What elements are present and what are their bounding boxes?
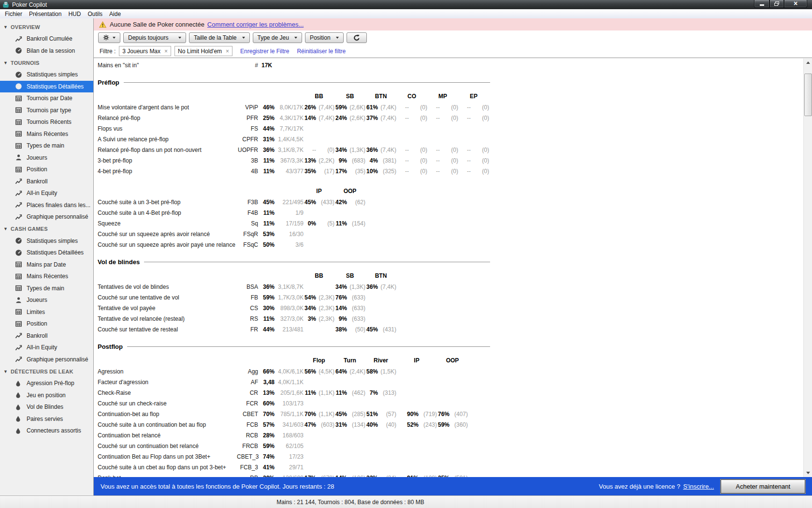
minimize-button[interactable] bbox=[754, 0, 769, 8]
stat-row-sq: SqueezeSq11%17/1590%(5)11%(154) bbox=[98, 218, 812, 229]
warning-text: Aucune Salle de Poker connectée bbox=[110, 21, 204, 28]
sidebar-item-statistiques-simples[interactable]: Statistiques simples bbox=[0, 69, 93, 81]
save-filter-link[interactable]: Enregistrer le Filtre bbox=[240, 48, 289, 55]
position-pct: 59% bbox=[437, 419, 450, 430]
scrollbar-thumb[interactable] bbox=[804, 74, 812, 116]
sidebar-item-statistiques-detaillees[interactable]: Statistiques Détaillées bbox=[0, 81, 93, 93]
stat-label: Continuation-bet au flop bbox=[98, 409, 237, 419]
sidebar-item-mains-recentes[interactable]: Mains Récentes bbox=[0, 128, 93, 140]
sidebar-item-label: Mains par Date bbox=[27, 261, 66, 268]
position-count: (1,5K) bbox=[378, 366, 396, 377]
remove-icon[interactable]: × bbox=[164, 48, 168, 55]
sidebar-item-tournois-par-date[interactable]: Tournois par Date bbox=[0, 92, 93, 105]
dropdown-depuis-toujours[interactable]: Depuis toujours bbox=[123, 32, 186, 43]
scroll-up-button[interactable] bbox=[804, 59, 812, 67]
scroll-down-button[interactable] bbox=[804, 469, 812, 477]
refresh-button[interactable] bbox=[347, 32, 367, 43]
sidebar-item-position[interactable]: Position bbox=[0, 164, 93, 176]
stat-row-fcb-3: Couché suite à un cbet au flop dans un p… bbox=[98, 462, 812, 473]
sidebar-item-bilan-de-la-session[interactable]: Bilan de la session bbox=[0, 45, 93, 57]
section-title: Préflop bbox=[98, 79, 119, 86]
column-header: SB bbox=[334, 90, 365, 102]
sidebar-item-bankroll[interactable]: Bankroll bbox=[0, 176, 93, 188]
banner-text: Vous avez un accès total à toutes les fo… bbox=[101, 483, 334, 490]
stat-fraction: 8,0K/17K bbox=[275, 102, 304, 113]
sidebar-item-mains-recentes[interactable]: Mains Récentes bbox=[0, 270, 93, 283]
sidebar-item-joueurs[interactable]: Joueurs bbox=[0, 152, 93, 164]
signin-link[interactable]: S'inscrire... bbox=[683, 483, 714, 490]
sidebar-item-limites[interactable]: Limites bbox=[0, 306, 93, 318]
column-headers: BBSBBTNCOMPEP bbox=[98, 90, 812, 102]
stat-label: Tentative de vol payée bbox=[98, 303, 237, 314]
vertical-scrollbar[interactable] bbox=[803, 59, 812, 477]
sidebar-item-statistiques-detaillees[interactable]: Statistiques Détaillées bbox=[0, 247, 93, 259]
sidebar-item-types-de-main[interactable]: Types de main bbox=[0, 140, 93, 152]
table-icon bbox=[15, 320, 23, 328]
position-count: (633) bbox=[347, 303, 365, 314]
position-pct: 76% bbox=[437, 409, 450, 419]
position-pct: 31% bbox=[334, 419, 347, 430]
remove-icon[interactable]: × bbox=[226, 48, 229, 55]
close-button[interactable]: × bbox=[784, 0, 807, 8]
restore-button[interactable] bbox=[769, 0, 784, 8]
position-pct: 35% bbox=[304, 166, 316, 177]
dropdown-position[interactable]: Position bbox=[305, 32, 344, 43]
stat-value: 11% bbox=[258, 208, 275, 218]
sidebar-item-graphique-personnalise[interactable]: Graphique personnalisé bbox=[0, 354, 93, 366]
sidebar-item-bankroll-cumulee[interactable]: Bankroll Cumulée bbox=[0, 33, 93, 45]
sidebar-item-paires-servies[interactable]: Paires servies bbox=[0, 413, 93, 425]
position-pct: 54% bbox=[304, 292, 316, 303]
sidebar-item-graphique-personnalise[interactable]: Graphique personnalisé bbox=[0, 211, 93, 223]
gauge-icon bbox=[15, 71, 23, 78]
menu-aide[interactable]: Aide bbox=[106, 10, 124, 18]
position-pct: 37% bbox=[365, 113, 378, 123]
stat-label: Donk bet bbox=[98, 473, 237, 477]
sidebar-item-joueurs[interactable]: Joueurs bbox=[0, 294, 93, 306]
sidebar-item-places-finales-dans-les[interactable]: Places finales dans les... bbox=[0, 199, 93, 211]
position-count: (683) bbox=[347, 155, 365, 166]
position-count: (0) bbox=[471, 102, 489, 113]
stat-fraction: 4,0K/1,1K bbox=[275, 377, 304, 388]
dropdown-type-de-jeu[interactable]: Type de Jeu bbox=[253, 32, 302, 43]
menu-presentation[interactable]: Présentation bbox=[26, 10, 65, 18]
sidebar-item-tournois-par-type[interactable]: Tournois par type bbox=[0, 105, 93, 117]
menu-hud[interactable]: HUD bbox=[65, 10, 84, 18]
sidebar-item-jeu-en-position[interactable]: Jeu en position bbox=[0, 389, 93, 402]
collapse-arrow-icon: ▼ bbox=[3, 369, 8, 374]
settings-button[interactable] bbox=[98, 32, 120, 43]
sidebar-section-overview[interactable]: ▼OVERVIEW bbox=[0, 21, 93, 33]
sidebar-section-detecteurs-de-leak[interactable]: ▼DÉTECTEURS DE LEAK bbox=[0, 365, 93, 377]
stat-fraction: 785/1,1K bbox=[275, 409, 304, 419]
sidebar-item-agression-pre-flop[interactable]: Agression Pré-flop bbox=[0, 377, 93, 389]
sidebar-item-tournois-recents[interactable]: Tournois Récents bbox=[0, 116, 93, 128]
column-header: OOP bbox=[334, 185, 365, 197]
sidebar-item-statistiques-simples[interactable]: Statistiques simples bbox=[0, 235, 93, 247]
position-count: (62) bbox=[347, 197, 365, 208]
stat-label: Relancé pré-flop dans un pot non-ouvert bbox=[98, 145, 237, 155]
reset-filter-link[interactable]: Réinitialiser le filtre bbox=[297, 48, 346, 55]
sidebar-item-all-in-equity[interactable]: All-in Equity bbox=[0, 187, 93, 199]
sidebar-item-connecteurs-assortis[interactable]: Connecteurs assortis bbox=[0, 425, 93, 437]
sidebar-item-types-de-main[interactable]: Types de main bbox=[0, 283, 93, 295]
sidebar-item-position[interactable]: Position bbox=[0, 318, 93, 330]
menu-outils[interactable]: Outils bbox=[84, 10, 106, 18]
section-header-vol-de-blindes: Vol de blindes bbox=[98, 256, 490, 267]
filter-chip-3-joueurs-max[interactable]: 3 Joueurs Max× bbox=[119, 46, 171, 56]
position-count: (0) bbox=[409, 145, 427, 155]
sidebar-item-all-in-equity[interactable]: All-in Equity bbox=[0, 342, 93, 354]
sidebar-item-label: All-in Equity bbox=[27, 190, 57, 196]
sidebar-item-vol-de-blindes[interactable]: Vol de Blindes bbox=[0, 401, 93, 413]
fix-problems-link[interactable]: Comment corriger les problèmes... bbox=[207, 21, 304, 28]
sidebar-item-mains-par-date[interactable]: Mains par Date bbox=[0, 259, 93, 271]
stat-value: 11% bbox=[258, 314, 275, 324]
buy-now-button[interactable]: Acheter maintenant bbox=[721, 479, 805, 493]
sidebar-item-bankroll[interactable]: Bankroll bbox=[0, 330, 93, 342]
stat-row-cr: Check-RaiseCR13%205/1,6K11%(1,1K)11%(462… bbox=[98, 388, 812, 398]
filter-chip-no-limit-hold-em[interactable]: No Limit Hold'em× bbox=[174, 46, 232, 56]
sidebar-section-tournois[interactable]: ▼TOURNOIS bbox=[0, 57, 93, 69]
dropdown-taille-de-la-table[interactable]: Taille de la Table bbox=[189, 32, 250, 43]
menu-fichier[interactable]: Fichier bbox=[1, 10, 26, 18]
sidebar-section-cash-games[interactable]: ▼CASH GAMES bbox=[0, 223, 93, 235]
position-count: (35) bbox=[347, 166, 365, 177]
stat-abbr: CBET bbox=[237, 409, 258, 419]
